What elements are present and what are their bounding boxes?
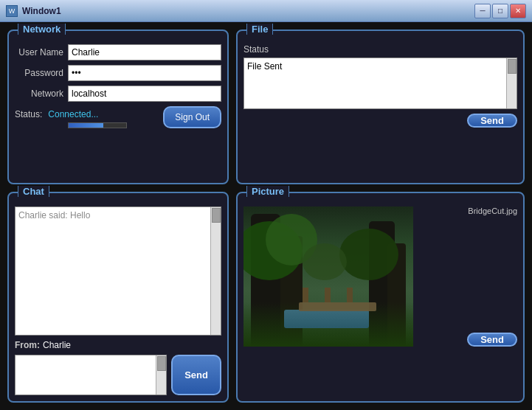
password-input[interactable]	[68, 65, 221, 81]
window-icon: W	[6, 5, 18, 17]
chat-scrollbar[interactable]	[210, 207, 221, 335]
chat-scrollbar-thumb[interactable]	[212, 208, 221, 223]
password-label: Password	[15, 68, 68, 78]
picture-panel-title: Picture	[246, 186, 289, 197]
file-panel-title: File	[246, 24, 273, 35]
from-label: From:	[15, 340, 40, 350]
minimize-button[interactable]: ─	[474, 4, 491, 18]
file-scrollbar-thumb[interactable]	[508, 59, 517, 74]
picture-filename: BridgeCut.jpg	[419, 206, 517, 215]
main-content: Network User Name Password Network Statu…	[0, 22, 532, 410]
from-value: Charlie	[43, 340, 71, 350]
picture-panel: Picture	[236, 192, 525, 403]
status-block: Status: Connected...	[15, 109, 127, 128]
progress-container	[68, 122, 127, 128]
username-label: User Name	[15, 47, 68, 58]
bridge-post-2	[325, 288, 331, 302]
chat-message: Charlie said: Hello	[18, 210, 90, 220]
foliage-4	[303, 243, 347, 280]
chat-input-wrapper	[15, 355, 167, 395]
file-status-label: Status	[243, 44, 517, 55]
picture-info: BridgeCut.jpg Send	[419, 206, 517, 347]
network-input[interactable]	[68, 86, 221, 102]
window-title: Window1	[22, 6, 474, 16]
maximize-button[interactable]: □	[492, 4, 508, 18]
chat-panel: Chat Charlie said: Hello From: Charlie S…	[7, 192, 229, 403]
picture-send-button[interactable]: Send	[467, 333, 517, 347]
picture-image	[243, 206, 413, 347]
sign-out-button[interactable]: Sign Out	[163, 106, 221, 128]
chat-input[interactable]	[15, 355, 166, 392]
network-label: Network	[15, 88, 68, 99]
password-row: Password	[15, 65, 221, 81]
chat-input-scrollbar[interactable]	[156, 355, 166, 395]
close-button[interactable]: ✕	[510, 4, 526, 18]
from-row: From: Charlie	[15, 340, 221, 350]
network-panel-title: Network	[18, 24, 66, 35]
picture-content: BridgeCut.jpg Send	[243, 206, 517, 395]
username-row: User Name	[15, 44, 221, 60]
bridge-post-1	[303, 288, 308, 302]
file-status-box: File Sent	[243, 58, 517, 109]
chat-send-button[interactable]: Send	[171, 355, 221, 395]
progress-bar	[69, 123, 103, 128]
network-panel: Network User Name Password Network Statu…	[7, 29, 229, 184]
file-scrollbar[interactable]	[506, 58, 517, 108]
chat-messages: Charlie said: Hello	[15, 206, 221, 336]
water	[284, 310, 369, 328]
file-panel: File Status File Sent Send	[236, 29, 525, 184]
file-send-row: Send	[243, 114, 517, 128]
bridge-post-3	[347, 288, 353, 302]
foliage-3	[339, 229, 398, 280]
status-value: Connected...	[48, 109, 98, 119]
chat-input-row: Send	[15, 355, 221, 395]
title-bar-buttons: ─ □ ✕	[474, 4, 526, 18]
status-label: Status:	[15, 109, 42, 119]
bridge	[299, 302, 376, 311]
title-bar: W Window1 ─ □ ✕	[0, 0, 532, 22]
network-row: Network	[15, 86, 221, 102]
file-status-value: File Sent	[247, 61, 282, 72]
status-row: Status: Connected...	[15, 109, 127, 119]
chat-input-scrollbar-thumb[interactable]	[157, 356, 166, 371]
network-bottom: Status: Connected... Sign Out	[15, 106, 221, 128]
username-input[interactable]	[68, 44, 221, 60]
file-send-button[interactable]: Send	[467, 114, 517, 128]
chat-panel-title: Chat	[18, 186, 49, 197]
